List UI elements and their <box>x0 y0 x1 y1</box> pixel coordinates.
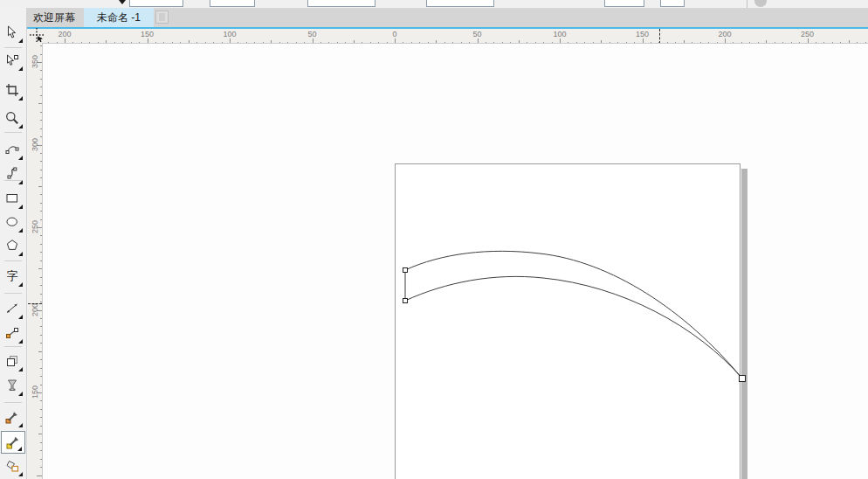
toolbox-divider <box>4 346 22 347</box>
fill-tool[interactable] <box>1 431 25 454</box>
propbar-divider <box>747 0 747 8</box>
toolbox-divider <box>4 293 22 294</box>
flyout-arrow-icon <box>18 96 23 101</box>
bspline-tool[interactable] <box>1 163 25 186</box>
propbar-field[interactable] <box>426 0 494 7</box>
page-shadow <box>741 169 747 479</box>
toolbox-divider <box>4 260 22 261</box>
propbar-field[interactable] <box>210 0 255 7</box>
ruler-label: 50 <box>307 30 316 38</box>
toolbox-divider <box>4 47 22 48</box>
flyout-arrow-icon <box>18 124 23 128</box>
flyout-arrow-icon <box>17 447 22 451</box>
page[interactable] <box>395 163 741 479</box>
dimension-tool[interactable] <box>1 298 25 321</box>
ellipse-tool[interactable] <box>1 212 25 234</box>
property-bar-partial <box>0 0 868 8</box>
horizontal-ruler[interactable]: 20015010050050100150200250 <box>42 29 868 44</box>
ruler-label: 50 <box>472 30 481 38</box>
polygon-tool[interactable] <box>1 235 25 258</box>
ruler-label: 200 <box>718 30 731 38</box>
flyout-arrow-icon <box>18 252 23 256</box>
ruler-label: 200 <box>58 30 71 38</box>
ruler-label: 0 <box>392 30 396 38</box>
ruler-label: 150 <box>141 30 154 38</box>
toolbox-divider <box>4 402 22 403</box>
propbar-field[interactable] <box>129 0 183 7</box>
tab-welcome-screen[interactable]: 欢迎屏幕 <box>24 8 84 27</box>
contour-tool[interactable] <box>1 351 25 373</box>
propbar-field[interactable] <box>307 0 375 7</box>
flyout-arrow-icon <box>18 472 23 476</box>
cursor-position-marker <box>659 29 660 44</box>
zoom-tool[interactable] <box>1 108 25 130</box>
new-document-icon[interactable] <box>155 10 169 24</box>
ruler-label: 100 <box>223 30 236 38</box>
flyout-arrow-icon <box>18 228 23 233</box>
transparency-tool[interactable] <box>1 375 25 398</box>
propbar-field[interactable] <box>660 0 685 7</box>
ruler-label: 350 <box>31 56 39 68</box>
document-tab-bar: 欢迎屏幕 未命名 -1 <box>0 8 868 27</box>
crop-tool[interactable] <box>1 80 25 102</box>
flyout-arrow-icon <box>18 392 23 396</box>
tab-untitled-1[interactable]: 未命名 -1 <box>84 8 154 27</box>
eyedropper-tool[interactable] <box>1 406 25 429</box>
smart-fill-tool[interactable] <box>1 455 25 478</box>
dropdown-arrow-icon[interactable] <box>119 0 126 4</box>
flyout-arrow-icon <box>18 282 23 287</box>
toolbox: 字 <box>0 8 27 479</box>
flyout-arrow-icon <box>18 339 23 344</box>
propbar-field[interactable] <box>604 0 644 7</box>
ruler-label: 250 <box>801 30 814 38</box>
flyout-arrow-icon <box>18 423 23 427</box>
ruler-label: 200 <box>31 304 39 316</box>
coreldraw-window: 欢迎屏幕 未命名 -1 字 350300250200150 2001501005… <box>0 0 868 479</box>
ruler-label: 100 <box>553 30 566 38</box>
pick-tool[interactable] <box>1 22 25 45</box>
ruler-label: 150 <box>636 30 649 38</box>
flyout-arrow-icon <box>18 367 23 371</box>
flyout-arrow-icon <box>18 156 23 160</box>
text-tool[interactable]: 字 <box>1 266 25 288</box>
ruler-label: 150 <box>31 386 39 399</box>
toolbox-divider <box>4 132 22 133</box>
ruler-label: 250 <box>31 221 39 233</box>
freehand-tool[interactable] <box>1 139 25 162</box>
vertical-ruler[interactable]: 350300250200150 <box>28 29 42 479</box>
flyout-arrow-icon <box>18 315 23 319</box>
propbar-button-partial[interactable] <box>754 0 767 7</box>
flyout-arrow-icon <box>18 205 23 209</box>
flyout-arrow-icon <box>18 38 23 43</box>
cursor-position-marker <box>28 303 42 304</box>
rectangle-tool[interactable] <box>1 188 25 211</box>
connector-tool[interactable] <box>1 323 25 345</box>
svg-text:字: 字 <box>7 269 18 282</box>
shape-tool-cursor-icon <box>29 27 45 43</box>
ruler-label: 300 <box>31 139 39 151</box>
flyout-arrow-icon <box>18 66 23 71</box>
toolbox-divider <box>4 180 22 181</box>
shape-tool[interactable] <box>1 50 25 73</box>
